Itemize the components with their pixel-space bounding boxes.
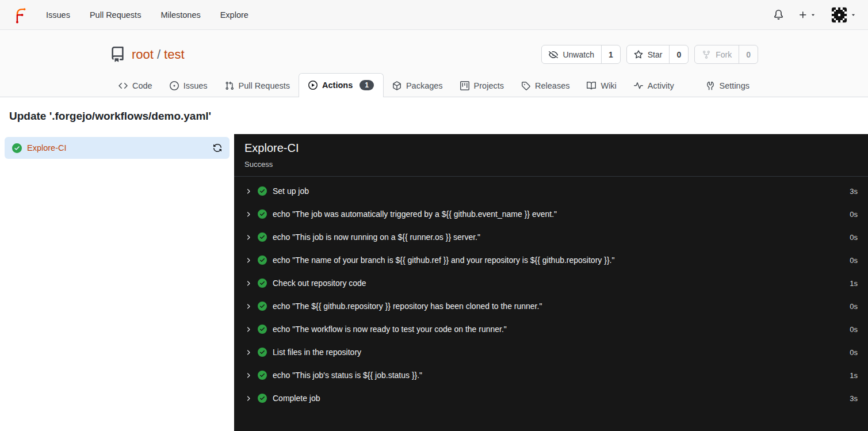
check-circle-icon xyxy=(258,394,267,403)
watch-count[interactable]: 1 xyxy=(601,45,620,63)
main-nav: Issues Pull Requests Milestones Explore xyxy=(46,10,248,20)
step-duration: 3s xyxy=(850,394,858,403)
tools-icon xyxy=(706,81,715,90)
chevron-down-icon xyxy=(850,12,856,18)
step-row[interactable]: echo "The ${{ github.repository }} repos… xyxy=(234,295,868,318)
issue-icon xyxy=(170,81,179,90)
step-row[interactable]: echo "The workflow is now ready to test … xyxy=(234,318,868,341)
step-row[interactable]: echo "The job was automatically triggere… xyxy=(234,203,868,226)
steps-list: Set up job 3s echo "The job was automati… xyxy=(234,177,868,413)
fork-count: 0 xyxy=(739,45,758,63)
play-circle-icon xyxy=(308,81,318,90)
tab-actions[interactable]: Actions 1 xyxy=(299,73,384,97)
chevron-right-icon[interactable] xyxy=(244,303,252,310)
pull-request-icon xyxy=(225,81,234,90)
repo-book-icon xyxy=(110,47,125,62)
jobs-sidebar: Explore-CI xyxy=(0,134,234,431)
fork-button: Fork 0 xyxy=(694,45,758,64)
step-row[interactable]: echo "This job's status is ${{ job.statu… xyxy=(234,364,868,387)
step-row[interactable]: Complete job 3s xyxy=(234,387,868,410)
step-row[interactable]: List files in the repository 0s xyxy=(234,341,868,364)
avatar xyxy=(831,7,847,23)
check-circle-icon xyxy=(258,209,267,219)
chevron-right-icon[interactable] xyxy=(244,372,252,379)
create-new-dropdown[interactable] xyxy=(798,10,816,20)
check-circle-icon xyxy=(258,348,267,357)
chevron-right-icon[interactable] xyxy=(244,234,252,241)
step-row[interactable]: echo "This job is now running on a ${{ r… xyxy=(234,226,868,249)
tab-releases[interactable]: Releases xyxy=(513,74,578,97)
tag-icon xyxy=(521,81,530,90)
chevron-right-icon[interactable] xyxy=(244,257,252,264)
user-menu-dropdown[interactable] xyxy=(831,7,856,23)
star-button[interactable]: Star 0 xyxy=(626,45,689,64)
forgejo-logo-icon[interactable] xyxy=(12,5,31,25)
refresh-icon[interactable] xyxy=(213,143,222,152)
tab-activity[interactable]: Activity xyxy=(625,74,683,97)
tab-wiki[interactable]: Wiki xyxy=(578,74,625,97)
step-duration: 0s xyxy=(850,348,858,357)
check-circle-icon xyxy=(258,325,267,334)
chevron-right-icon[interactable] xyxy=(244,211,252,218)
step-duration: 0s xyxy=(850,325,858,334)
step-name: echo "This job is now running on a ${{ r… xyxy=(273,232,844,242)
step-name: echo "The job was automatically triggere… xyxy=(273,209,844,219)
repo-tabs: Code Issues Pull Requests Actions 1 Pack… xyxy=(110,73,758,97)
step-name: echo "The name of your branch is ${{ git… xyxy=(273,255,844,265)
console-job-status: Success xyxy=(244,160,858,169)
chevron-right-icon[interactable] xyxy=(244,395,252,402)
repo-name-link[interactable]: test xyxy=(164,47,184,62)
check-circle-icon xyxy=(258,232,267,242)
step-row[interactable]: Check out repository code 1s xyxy=(234,272,868,295)
page-title: Update '.forgejo/workflows/demo.yaml' xyxy=(0,97,868,134)
pulse-icon xyxy=(634,81,643,90)
step-name: Set up job xyxy=(273,186,844,196)
tab-settings[interactable]: Settings xyxy=(697,74,758,97)
chevron-right-icon[interactable] xyxy=(244,349,252,356)
nav-milestones[interactable]: Milestones xyxy=(160,10,200,20)
unwatch-button[interactable]: Unwatch 1 xyxy=(541,45,620,64)
step-row[interactable]: Set up job 3s xyxy=(234,180,868,203)
check-circle-icon xyxy=(258,371,267,380)
step-name: echo "This job's status is ${{ job.statu… xyxy=(273,371,844,380)
repo-owner-link[interactable]: root xyxy=(132,47,154,62)
chevron-right-icon[interactable] xyxy=(244,280,252,287)
tab-pull-requests[interactable]: Pull Requests xyxy=(216,74,299,97)
step-duration: 0s xyxy=(850,256,858,265)
actions-count-badge: 1 xyxy=(360,80,374,90)
check-circle-icon xyxy=(258,186,267,196)
console-job-title: Explore-CI xyxy=(244,142,858,155)
step-duration: 1s xyxy=(850,279,858,288)
step-duration: 0s xyxy=(850,302,858,311)
notifications-bell-icon[interactable] xyxy=(774,10,783,20)
step-duration: 0s xyxy=(850,233,858,242)
tab-projects[interactable]: Projects xyxy=(452,74,513,97)
plus-icon xyxy=(798,10,808,20)
job-console-panel: Explore-CI Success Set up job 3s xyxy=(234,134,868,431)
tab-packages[interactable]: Packages xyxy=(384,74,452,97)
step-name: echo "The workflow is now ready to test … xyxy=(273,325,844,334)
nav-issues[interactable]: Issues xyxy=(46,10,70,20)
step-row[interactable]: echo "The name of your branch is ${{ git… xyxy=(234,249,868,272)
check-circle-icon xyxy=(258,255,267,265)
step-name: List files in the repository xyxy=(273,348,844,357)
top-navbar: Issues Pull Requests Milestones Explore xyxy=(0,0,868,30)
check-circle-icon xyxy=(12,143,22,153)
tab-issues[interactable]: Issues xyxy=(161,74,216,97)
chevron-right-icon[interactable] xyxy=(244,188,252,195)
job-name: Explore-CI xyxy=(27,143,208,152)
star-count[interactable]: 0 xyxy=(669,45,688,63)
nav-explore[interactable]: Explore xyxy=(220,10,248,20)
repo-breadcrumb: root / test xyxy=(132,47,185,62)
tab-code[interactable]: Code xyxy=(110,74,161,97)
eye-off-icon xyxy=(549,50,558,59)
step-duration: 3s xyxy=(850,187,858,196)
fork-icon xyxy=(702,50,711,59)
sidebar-job-explore-ci[interactable]: Explore-CI xyxy=(5,137,230,159)
chevron-right-icon[interactable] xyxy=(244,326,252,333)
chevron-down-icon xyxy=(810,12,816,18)
repo-header: root / test Unwatch 1 Star 0 xyxy=(0,30,868,97)
nav-pull-requests[interactable]: Pull Requests xyxy=(90,10,141,20)
repo-separator: / xyxy=(157,47,160,62)
step-name: echo "The ${{ github.repository }} repos… xyxy=(273,302,844,311)
